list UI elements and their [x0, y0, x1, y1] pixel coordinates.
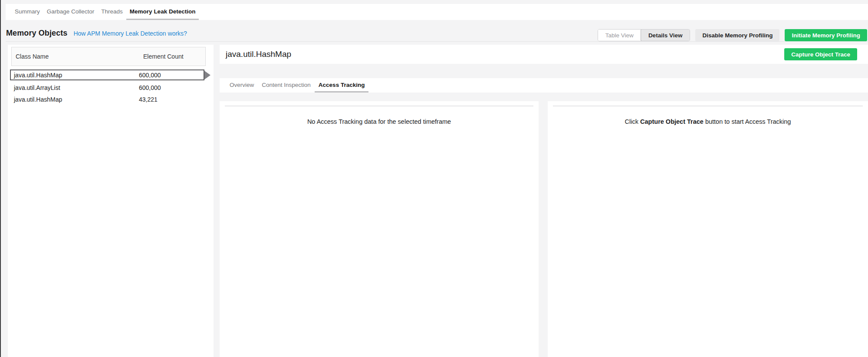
table-view-button[interactable]: Table View	[598, 30, 641, 41]
page-title: Memory Objects	[6, 29, 67, 38]
tab-memory-leak-detection[interactable]: Memory Leak Detection	[126, 4, 199, 20]
detail-title: java.util.HashMap	[226, 50, 291, 59]
cell-element-count: 600,000	[139, 84, 204, 91]
detail-title-bar: java.util.HashMap Capture Object Trace	[220, 45, 868, 64]
table-row[interactable]: java.util.HashMap 43,221	[11, 94, 204, 105]
cell-element-count: 600,000	[139, 72, 204, 79]
column-header-class-name: Class Name	[16, 53, 143, 60]
toolbar: Table View Details View Disable Memory P…	[598, 29, 867, 41]
cell-class-name: java.util.HashMap	[14, 72, 139, 79]
disable-memory-profiling-button[interactable]: Disable Memory Profiling	[695, 29, 779, 41]
memory-objects-panel: Class Name Element Count java.util.HashM…	[8, 45, 214, 357]
view-toggle: Table View Details View	[598, 29, 690, 41]
initiate-memory-profiling-button[interactable]: Initiate Memory Profiling	[785, 29, 867, 41]
screenshot-left-border	[0, 0, 1, 357]
header-divider	[6, 41, 868, 42]
tab-garbage-collector[interactable]: Garbage Collector	[43, 4, 98, 20]
panel-top-rule	[553, 106, 863, 106]
cell-class-name: java.util.ArrayList	[14, 84, 139, 91]
page-header: Memory Objects How APM Memory Leak Detec…	[6, 29, 187, 38]
top-tab-bar: Summary Garbage Collector Threads Memory…	[6, 4, 868, 20]
detail-tab-bar: Overview Content Inspection Access Track…	[220, 78, 868, 93]
cell-class-name: java.util.HashMap	[14, 96, 139, 103]
tab-overview[interactable]: Overview	[226, 78, 258, 93]
panel-top-rule	[225, 106, 533, 106]
help-link[interactable]: How APM Memory Leak Detection works?	[73, 30, 187, 37]
hint-suffix: button to start Access Tracking	[704, 118, 791, 125]
table-row[interactable]: java.util.HashMap 600,000	[10, 69, 204, 80]
selected-row-arrow-icon	[204, 71, 210, 79]
tab-threads[interactable]: Threads	[98, 4, 126, 20]
details-view-button[interactable]: Details View	[641, 29, 690, 41]
tab-access-tracking[interactable]: Access Tracking	[315, 78, 369, 93]
table-body: java.util.HashMap 600,000 java.util.Arra…	[8, 69, 214, 105]
access-tracking-data-panel: No Access Tracking data for the selected…	[220, 101, 539, 357]
start-tracking-hint: Click Capture Object Trace button to sta…	[548, 118, 868, 125]
table-header-row: Class Name Element Count	[11, 47, 206, 66]
tab-summary[interactable]: Summary	[11, 4, 43, 20]
hint-bold-button-name: Capture Object Trace	[640, 118, 704, 125]
capture-object-trace-button[interactable]: Capture Object Trace	[784, 48, 857, 60]
hint-prefix: Click	[625, 118, 640, 125]
table-row[interactable]: java.util.ArrayList 600,000	[11, 82, 204, 93]
no-data-message: No Access Tracking data for the selected…	[220, 118, 539, 125]
tab-content-inspection[interactable]: Content Inspection	[258, 78, 315, 93]
column-header-element-count: Element Count	[143, 53, 205, 60]
cell-element-count: 43,221	[139, 96, 204, 103]
access-tracking-hint-panel: Click Capture Object Trace button to sta…	[548, 101, 868, 357]
